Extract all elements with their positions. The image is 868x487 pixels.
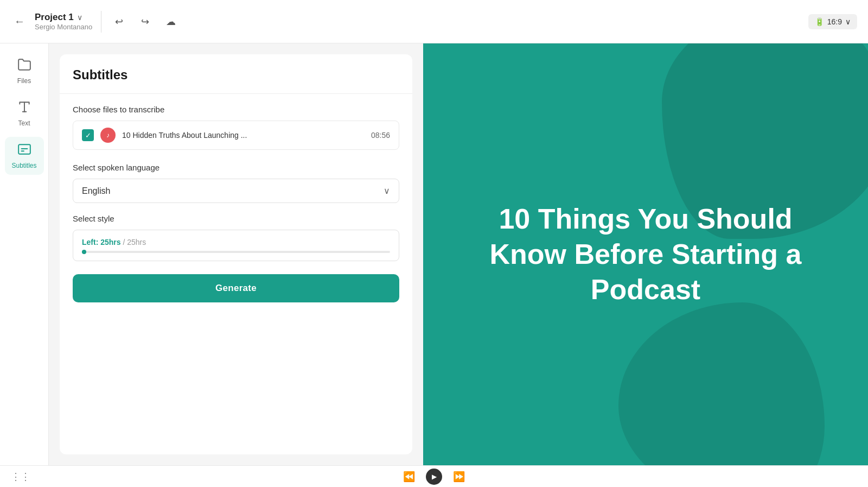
- redo-button[interactable]: ↪: [136, 13, 154, 30]
- subtitles-panel: Subtitles Choose files to transcribe ✓ ♪: [49, 43, 423, 465]
- file-thumbnail: ♪: [100, 128, 116, 143]
- header-right: 🔋 16:9 ∨: [808, 14, 857, 29]
- subtitles-icon: [17, 142, 31, 160]
- rewind-button[interactable]: ⏪: [403, 471, 415, 483]
- bottom-bar: ⋮⋮ ⏪ ▶ ⏩: [0, 465, 868, 487]
- bottom-dots-icon: ⋮⋮: [11, 471, 30, 483]
- credits-left: Left: 25hrs: [82, 238, 121, 246]
- select-style-label: Select style: [73, 214, 399, 223]
- canvas-blob-2: [618, 302, 825, 465]
- preview-canvas: 10 Things You Should Know Before Startin…: [423, 43, 868, 465]
- undo-button[interactable]: ↩: [110, 13, 127, 30]
- cloud-save-button[interactable]: ☁: [162, 13, 180, 30]
- battery-icon: 🔋: [815, 17, 824, 26]
- choose-files-label: Choose files to transcribe: [73, 105, 399, 114]
- checkbox-check-icon: ✓: [85, 131, 91, 140]
- header: ← Project 1 ∨ Sergio Montanano ↩ ↪ ☁ 🔋 1…: [0, 0, 868, 43]
- credits-progress-dot: [82, 250, 86, 254]
- content-area: Subtitles Choose files to transcribe ✓ ♪: [49, 43, 868, 465]
- play-icon: ▶: [432, 473, 437, 480]
- project-info: Project 1 ∨ Sergio Montanano: [35, 12, 92, 31]
- panel-divider: [60, 93, 412, 94]
- credits-text: Left: 25hrs / 25hrs: [82, 238, 390, 246]
- project-author: Sergio Montanano: [35, 23, 92, 31]
- project-name: Project 1: [35, 12, 74, 23]
- language-dropdown[interactable]: English ∨: [73, 179, 399, 203]
- header-divider: [101, 11, 101, 33]
- language-value: English: [82, 186, 110, 196]
- credits-progress-bar: [82, 251, 390, 253]
- header-actions: ↩ ↪ ☁: [110, 13, 180, 30]
- project-title-row: Project 1 ∨: [35, 12, 92, 23]
- sidebar-item-files[interactable]: Files: [5, 52, 44, 90]
- sidebar-item-subtitles[interactable]: Subtitles: [5, 137, 44, 175]
- choose-files-section: Choose files to transcribe ✓ ♪ 10 Hidden…: [73, 105, 399, 150]
- file-list-container: ✓ ♪ 10 Hidden Truths About Launching ...…: [73, 121, 399, 150]
- language-label: Select spoken language: [73, 163, 399, 172]
- file-duration: 08:56: [371, 131, 390, 140]
- text-icon: [17, 100, 31, 117]
- files-icon: [17, 58, 31, 75]
- credits-box: Left: 25hrs / 25hrs: [73, 230, 399, 261]
- credits-total: / 25hrs: [123, 238, 146, 246]
- svg-rect-2: [18, 144, 30, 154]
- dropdown-chevron-icon: ∨: [384, 186, 390, 196]
- language-section: Select spoken language English ∨: [73, 163, 399, 203]
- file-audio-icon: ♪: [106, 131, 110, 139]
- forward-button[interactable]: ⏩: [453, 471, 465, 483]
- play-button[interactable]: ▶: [426, 469, 442, 485]
- sidebar-item-text-label: Text: [18, 119, 30, 127]
- sidebar-item-files-label: Files: [17, 77, 31, 85]
- file-item: ✓ ♪ 10 Hidden Truths About Launching ...…: [82, 128, 390, 143]
- aspect-ratio-button[interactable]: 🔋 16:9 ∨: [808, 14, 857, 29]
- main-layout: Files Text Subtitles Subtitles: [0, 43, 868, 465]
- generate-button[interactable]: Generate: [73, 274, 399, 302]
- panel-title: Subtitles: [73, 67, 399, 83]
- file-name: 10 Hidden Truths About Launching ...: [122, 131, 365, 140]
- back-button[interactable]: ←: [11, 13, 28, 30]
- canvas-headline: 10 Things You Should Know Before Startin…: [456, 201, 835, 307]
- file-checkbox[interactable]: ✓: [82, 129, 94, 141]
- sidebar-item-text[interactable]: Text: [5, 94, 44, 132]
- project-chevron-icon[interactable]: ∨: [77, 13, 82, 22]
- sidebar: Files Text Subtitles: [0, 43, 49, 465]
- aspect-ratio-chevron-icon: ∨: [845, 17, 851, 26]
- panel-inner: Subtitles Choose files to transcribe ✓ ♪: [60, 54, 412, 454]
- bottom-controls: ⏪ ▶ ⏩: [403, 469, 465, 485]
- header-left: ← Project 1 ∨ Sergio Montanano: [11, 12, 92, 31]
- aspect-ratio-value: 16:9: [827, 17, 842, 26]
- sidebar-item-subtitles-label: Subtitles: [11, 162, 36, 169]
